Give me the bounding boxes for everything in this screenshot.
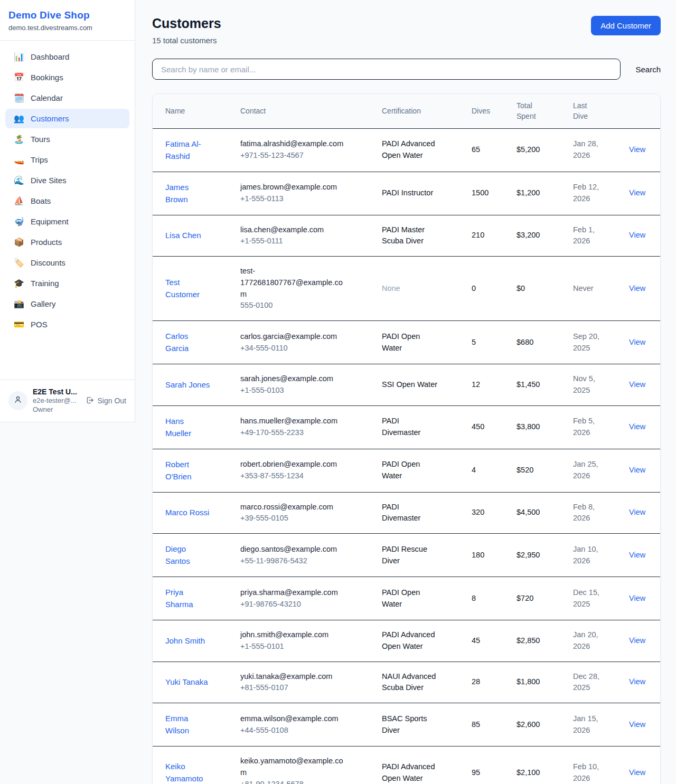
customer-total-spent: $680 (508, 321, 565, 364)
user-name: E2E Test U... (33, 388, 80, 396)
customer-email: fatima.alrashid@example.com (240, 138, 344, 150)
customer-name-link[interactable]: Hans Mueller (165, 415, 211, 440)
people-icon: 👥 (14, 115, 24, 123)
sidebar-item-dashboard[interactable]: 📊Dashboard (5, 47, 129, 67)
customer-phone: +91-98765-43210 (240, 599, 344, 610)
customer-phone: +49-170-555-2233 (240, 427, 344, 439)
customer-last-dive: Feb 12, 2026 (565, 172, 621, 215)
sidebar-nav: 📊Dashboard📅Bookings🗓️Calendar👥Customers🏝… (0, 41, 135, 335)
sidebar-item-dive-sites[interactable]: 🌊Dive Sites (5, 171, 129, 190)
customer-name-link[interactable]: Robert O'Brien (165, 458, 211, 483)
customer-name-link[interactable]: John Smith (165, 635, 205, 647)
customer-dives: 95 (463, 747, 508, 784)
view-customer-link[interactable]: View (629, 677, 645, 686)
shop-title[interactable]: Demo Dive Shop (8, 10, 126, 21)
customer-name-link[interactable]: Diego Santos (165, 543, 211, 568)
column-header-dives: Dives (463, 94, 508, 128)
total-customers-count: 15 total customers (152, 36, 221, 45)
customer-name-link[interactable]: Fatima Al-Rashid (165, 138, 211, 163)
view-customer-link[interactable]: View (629, 508, 645, 516)
view-customer-link[interactable]: View (629, 338, 645, 346)
view-customer-link[interactable]: View (629, 466, 645, 474)
customer-dives: 210 (463, 215, 508, 257)
customer-phone: +55-11-99876-5432 (240, 555, 344, 567)
view-customer-link[interactable]: View (629, 422, 645, 431)
sidebar-item-tours[interactable]: 🏝️Tours (5, 129, 129, 149)
user-email: e2e-tester@... (33, 396, 80, 405)
customer-name-link[interactable]: Lisa Chen (165, 229, 201, 241)
customer-name-link[interactable]: Test Customer (165, 276, 211, 301)
customer-dives: 4 (463, 449, 508, 492)
customer-certification: PADI Divemaster (373, 405, 463, 449)
view-customer-link[interactable]: View (629, 284, 645, 292)
sidebar-user-footer: E2E Test U... e2e-tester@... Owner Sign … (0, 380, 135, 422)
customer-last-dive: Jan 28, 2026 (565, 128, 621, 172)
sidebar-item-label: Tours (31, 135, 50, 144)
customer-certification: NAUI Advanced Scuba Diver (373, 662, 463, 703)
table-row: Carlos Garcia carlos.garcia@example.com … (153, 321, 660, 364)
sidebar-item-products[interactable]: 📦Products (5, 232, 129, 252)
sign-out-icon (86, 396, 94, 406)
search-input[interactable] (152, 59, 621, 80)
customer-total-spent: $1,450 (508, 364, 565, 406)
sidebar-item-label: Products (31, 238, 62, 247)
view-customer-link[interactable]: View (629, 231, 645, 239)
sidebar-item-calendar[interactable]: 🗓️Calendar (5, 88, 129, 108)
sidebar: Demo Dive Shop demo.test.divestreams.com… (0, 0, 135, 422)
customer-dives: 12 (463, 364, 508, 406)
sidebar-item-boats[interactable]: ⛵Boats (5, 191, 129, 211)
sidebar-item-bookings[interactable]: 📅Bookings (5, 68, 129, 87)
view-customer-link[interactable]: View (629, 145, 645, 154)
table-row: Emma Wilson emma.wilson@example.com +44-… (153, 703, 660, 747)
user-role: Owner (33, 405, 80, 414)
customers-table-card: Name Contact Certification Dives Total S… (152, 93, 661, 784)
view-customer-link[interactable]: View (629, 636, 645, 645)
customer-name-link[interactable]: Yuki Tanaka (165, 676, 208, 688)
view-customer-link[interactable]: View (629, 551, 645, 559)
customer-dives: 0 (463, 257, 508, 321)
shop-subdomain: demo.test.divestreams.com (8, 24, 126, 32)
customer-certification: PADI Open Water (373, 449, 463, 492)
customer-phone: +1-555-0111 (240, 235, 344, 247)
search-button[interactable]: Search (635, 65, 661, 74)
view-customer-link[interactable]: View (629, 380, 645, 389)
sidebar-item-customers[interactable]: 👥Customers (5, 109, 129, 128)
customer-name-link[interactable]: Keiko Yamamoto (165, 760, 211, 784)
customer-dives: 85 (463, 703, 508, 747)
sidebar-item-pos[interactable]: 💳POS (5, 315, 129, 334)
add-customer-button[interactable]: Add Customer (591, 16, 661, 35)
speedboat-icon: 🚤 (14, 156, 24, 164)
view-customer-link[interactable]: View (629, 720, 645, 729)
sidebar-item-label: Discounts (31, 258, 65, 267)
view-customer-link[interactable]: View (629, 594, 645, 602)
sidebar-item-discounts[interactable]: 🏷️Discounts (5, 253, 129, 272)
user-meta: E2E Test U... e2e-tester@... Owner (33, 388, 80, 414)
table-row: Robert O'Brien robert.obrien@example.com… (153, 449, 660, 492)
customer-name-link[interactable]: Emma Wilson (165, 712, 211, 737)
customer-email: carlos.garcia@example.com (240, 331, 344, 343)
sidebar-item-training[interactable]: 🎓Training (5, 273, 129, 293)
view-customer-link[interactable]: View (629, 768, 645, 777)
customer-email: priya.sharma@example.com (240, 587, 344, 599)
customer-total-spent: $2,600 (508, 703, 565, 747)
table-row: James Brown james.brown@example.com +1-5… (153, 172, 660, 215)
customer-certification: PADI Open Water (373, 577, 463, 620)
customer-name-link[interactable]: Sarah Jones (165, 379, 210, 391)
customer-phone: +971-55-123-4567 (240, 150, 344, 162)
sidebar-item-trips[interactable]: 🚤Trips (5, 150, 129, 169)
customer-dives: 5 (463, 321, 508, 364)
customer-certification: PADI Advanced Open Water (373, 747, 463, 784)
customer-name-link[interactable]: Marco Rossi (165, 506, 209, 518)
customer-name-link[interactable]: Priya Sharma (165, 586, 211, 611)
view-customer-link[interactable]: View (629, 188, 645, 197)
sidebar-item-equipment[interactable]: 🤿Equipment (5, 212, 129, 231)
customer-phone: +44-555-0108 (240, 725, 344, 736)
sign-out-button[interactable]: Sign Out (86, 396, 126, 406)
customer-name-link[interactable]: Carlos Garcia (165, 330, 211, 355)
customer-dives: 180 (463, 534, 508, 577)
sidebar-item-label: Dashboard (31, 52, 69, 61)
customer-total-spent: $2,850 (508, 620, 565, 662)
customer-name-link[interactable]: James Brown (165, 181, 211, 206)
customer-last-dive: Feb 8, 2026 (565, 492, 621, 534)
sidebar-item-gallery[interactable]: 📸Gallery (5, 294, 129, 314)
